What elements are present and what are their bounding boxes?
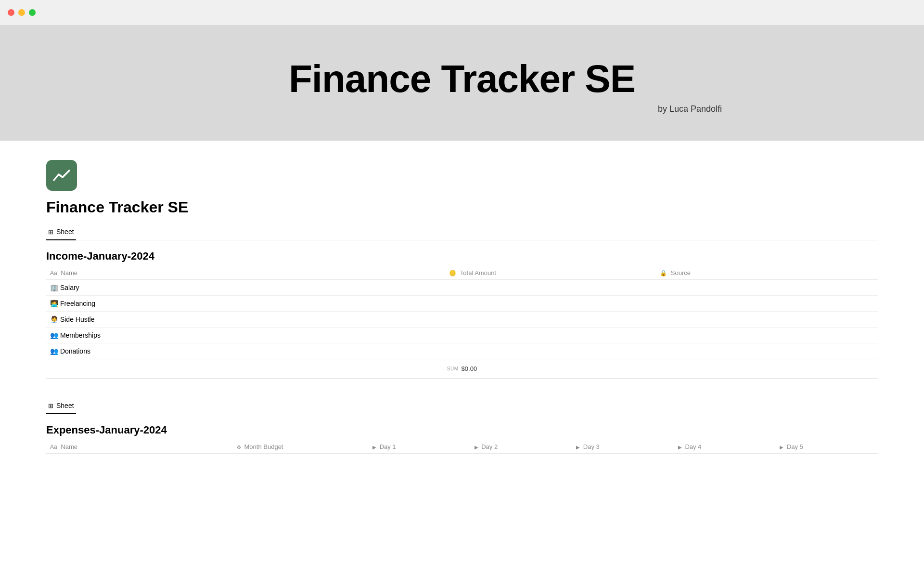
titlebar: [0, 0, 924, 25]
income-row-source[interactable]: [656, 328, 878, 343]
hero-subtitle: by Luca Pandolfi: [658, 104, 722, 114]
expenses-section: ⊞ Sheet Expenses-January-2024 Aa Name ♻ …: [46, 398, 878, 454]
row-label: Side Hustle: [60, 315, 95, 323]
sum-label: SUM: [447, 366, 459, 371]
page-icon: [46, 160, 77, 191]
row-emoji: 🧑‍💻: [50, 300, 60, 307]
income-row-name: 🧑‍💻 Freelancing: [46, 296, 445, 312]
expenses-tab-sheet-label: Sheet: [56, 402, 74, 409]
income-row-amount[interactable]: [445, 296, 656, 312]
sheet-tab-icon: ⊞: [48, 228, 53, 236]
chart-icon: [52, 166, 71, 185]
income-table-row[interactable]: 👥 Donations: [46, 343, 878, 359]
expenses-col-day5: ▶ Day 5: [776, 440, 878, 454]
expenses-table: Aa Name ♻ Month Budget ▶ Day 1 ▶ Day 2: [46, 440, 878, 454]
expenses-col-day3: ▶ Day 3: [572, 440, 674, 454]
main-content: Finance Tracker SE ⊞ Sheet Income-Januar…: [0, 141, 924, 473]
tab-sheet-label: Sheet: [56, 228, 74, 236]
income-row-name: 👥 Donations: [46, 343, 445, 359]
row-label: Freelancing: [60, 300, 95, 307]
expenses-tab-bar: ⊞ Sheet: [46, 398, 878, 414]
close-button[interactable]: [8, 9, 14, 16]
row-emoji: 👥: [50, 331, 60, 339]
row-label: Salary: [60, 284, 79, 291]
income-row-amount[interactable]: [445, 328, 656, 343]
income-row-source[interactable]: [656, 280, 878, 296]
row-emoji: 👥: [50, 347, 60, 355]
hero-title: Finance Tracker SE: [289, 57, 635, 101]
tab-bar: ⊞ Sheet: [46, 224, 878, 240]
expenses-col-day2: ▶ Day 2: [471, 440, 573, 454]
income-row-amount[interactable]: [445, 280, 656, 296]
hero-banner: Finance Tracker SE by Luca Pandolfi: [0, 25, 924, 141]
income-row-name: 🏢 Salary: [46, 280, 445, 296]
income-row-name: 🧑‍💼 Side Hustle: [46, 312, 445, 328]
expenses-sheet-tab-icon: ⊞: [48, 402, 53, 409]
sum-value: $0.00: [462, 365, 477, 372]
row-emoji: 🧑‍💼: [50, 315, 60, 323]
income-table-row[interactable]: 🧑‍💼 Side Hustle: [46, 312, 878, 328]
income-row-source[interactable]: [656, 296, 878, 312]
income-table-row[interactable]: 🧑‍💻 Freelancing: [46, 296, 878, 312]
income-row-name: 👥 Memberships: [46, 328, 445, 343]
income-row-source[interactable]: [656, 312, 878, 328]
row-emoji: 🏢: [50, 284, 60, 291]
income-row-amount[interactable]: [445, 312, 656, 328]
tab-sheet[interactable]: ⊞ Sheet: [46, 224, 76, 240]
expenses-col-budget: ♻ Month Budget: [233, 440, 369, 454]
income-sum-row: SUM $0.00: [46, 359, 878, 379]
row-label: Memberships: [60, 331, 101, 339]
income-table-row[interactable]: 👥 Memberships: [46, 328, 878, 343]
income-table: Aa Name 🪙 Total Amount 🔒 Source 🏢 Salary: [46, 266, 878, 359]
expenses-col-day1: ▶ Day 1: [369, 440, 471, 454]
expenses-section-title: Expenses-January-2024: [46, 424, 878, 436]
income-col-name: Aa Name: [46, 266, 445, 280]
income-row-source[interactable]: [656, 343, 878, 359]
expenses-col-day4: ▶ Day 4: [674, 440, 776, 454]
income-col-source: 🔒 Source: [656, 266, 878, 280]
expenses-col-name: Aa Name: [46, 440, 233, 454]
minimize-button[interactable]: [18, 9, 25, 16]
row-label: Donations: [60, 347, 90, 355]
income-table-row[interactable]: 🏢 Salary: [46, 280, 878, 296]
expenses-tab-sheet[interactable]: ⊞ Sheet: [46, 398, 76, 414]
maximize-button[interactable]: [29, 9, 36, 16]
page-title: Finance Tracker SE: [46, 198, 878, 216]
income-row-amount[interactable]: [445, 343, 656, 359]
income-col-amount: 🪙 Total Amount: [445, 266, 656, 280]
income-section-title: Income-January-2024: [46, 250, 878, 263]
